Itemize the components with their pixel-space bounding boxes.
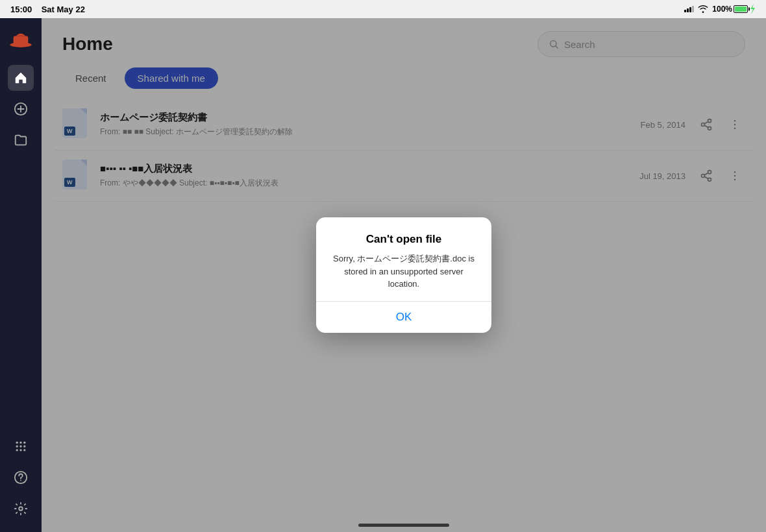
- svg-point-12: [23, 449, 25, 451]
- sidebar-item-help[interactable]: [8, 465, 34, 490]
- status-time-date: 15:00 Sat May 22: [10, 5, 85, 14]
- main-layout: Home Search Recent Shared with me W: [0, 18, 766, 532]
- dialog-body: Can't open file Sorry, ホームページ委託契約書.doc i…: [316, 217, 491, 301]
- charging-icon: [749, 4, 756, 14]
- modal-overlay: Can't open file Sorry, ホームページ委託契約書.doc i…: [42, 18, 766, 532]
- battery-percent: 100%: [712, 5, 732, 14]
- battery-indicator: 100%: [712, 4, 756, 14]
- svg-point-15: [19, 507, 23, 511]
- svg-point-9: [23, 445, 25, 447]
- sidebar-bottom: [8, 433, 34, 522]
- svg-marker-0: [750, 4, 755, 14]
- svg-point-6: [23, 442, 25, 444]
- wifi-icon: [698, 5, 708, 13]
- dialog-ok-button[interactable]: OK: [316, 302, 491, 333]
- dialog-title: Can't open file: [329, 233, 478, 246]
- sidebar-item-home[interactable]: [8, 65, 34, 91]
- signal-icon: [684, 6, 694, 12]
- svg-point-4: [16, 442, 18, 444]
- svg-rect-2: [14, 36, 29, 45]
- svg-point-7: [16, 445, 18, 447]
- dialog: Can't open file Sorry, ホームページ委託契約書.doc i…: [316, 217, 491, 333]
- status-time: 15:00: [10, 5, 32, 14]
- app-logo: [8, 29, 34, 49]
- svg-point-11: [19, 449, 21, 451]
- sidebar-item-folder[interactable]: [8, 127, 34, 153]
- svg-point-14: [20, 480, 21, 481]
- sidebar-item-add[interactable]: [8, 96, 34, 122]
- sidebar: [0, 18, 42, 532]
- status-bar: 15:00 Sat May 22 100%: [0, 0, 766, 18]
- dialog-footer: OK: [316, 301, 491, 333]
- status-indicators: 100%: [684, 4, 756, 14]
- dialog-message: Sorry, ホームページ委託契約書.doc is stored in an u…: [329, 252, 478, 291]
- svg-point-5: [19, 442, 21, 444]
- svg-point-8: [19, 445, 21, 447]
- content-area: Home Search Recent Shared with me W: [42, 18, 766, 532]
- sidebar-item-settings[interactable]: [8, 496, 34, 522]
- svg-point-10: [16, 449, 18, 451]
- status-date: Sat May 22: [42, 5, 85, 14]
- sidebar-item-apps[interactable]: [8, 433, 34, 459]
